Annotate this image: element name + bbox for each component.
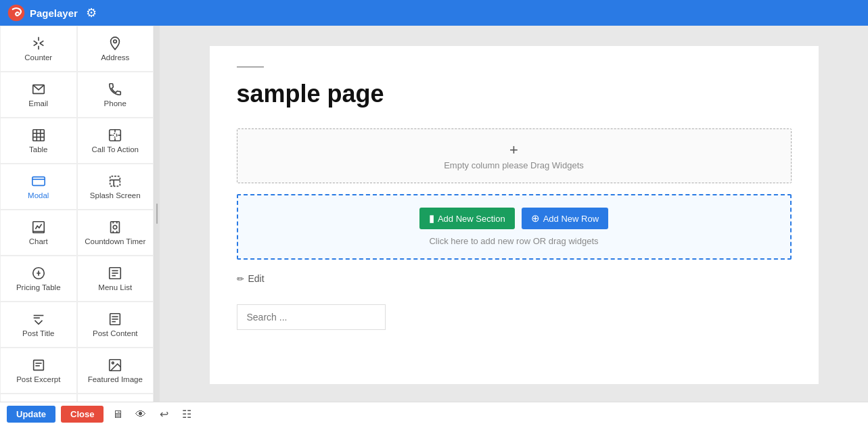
svg-rect-20 bbox=[32, 177, 45, 186]
preview-icon[interactable]: 👁 bbox=[132, 406, 150, 423]
counter-icon bbox=[31, 36, 46, 51]
widget-menu-list[interactable]: Menu List bbox=[77, 256, 154, 302]
history-icon[interactable]: ☷ bbox=[178, 406, 196, 423]
widget-countdown[interactable]: Countdown Timer bbox=[77, 210, 154, 256]
widget-grid: Counter Address Email bbox=[0, 26, 154, 402]
resize-handle[interactable] bbox=[154, 26, 160, 402]
svg-rect-44 bbox=[33, 360, 43, 371]
widget-table[interactable]: Table bbox=[0, 118, 77, 164]
search-input[interactable] bbox=[237, 304, 386, 330]
svg-line-5 bbox=[33, 43, 37, 46]
modal-icon bbox=[31, 174, 46, 189]
widget-post-title[interactable]: Post Title bbox=[0, 302, 77, 348]
empty-column-text: Empty column please Drag Widgets bbox=[250, 160, 779, 170]
table-icon bbox=[31, 128, 46, 143]
address-icon bbox=[108, 36, 122, 51]
widget-breadcrumb[interactable]: Breadcrumb bbox=[0, 394, 77, 402]
desktop-icon[interactable]: 🖥 bbox=[109, 406, 127, 423]
svg-line-4 bbox=[40, 41, 44, 43]
edit-bar: ✏ Edit bbox=[237, 273, 792, 284]
email-icon bbox=[31, 82, 46, 97]
page-title: sample page bbox=[237, 80, 792, 108]
svg-rect-22 bbox=[110, 176, 120, 187]
svg-point-15 bbox=[114, 133, 118, 137]
widget-post-excerpt[interactable]: Post Excerpt bbox=[0, 348, 77, 394]
widget-post-content[interactable]: Post Content bbox=[77, 302, 154, 348]
bottom-toolbar: Update Close 🖥 👁 ↩ ☷ bbox=[0, 402, 868, 426]
topbar: Pagelayer ⚙ bbox=[0, 0, 868, 26]
empty-column[interactable]: + Empty column please Drag Widgets bbox=[237, 128, 792, 183]
menu-list-icon bbox=[108, 266, 122, 281]
page-content: sample page + Empty column please Drag W… bbox=[210, 46, 819, 384]
add-new-row-button[interactable]: ⊕ Add New Row bbox=[522, 208, 608, 229]
widget-chart[interactable]: Chart bbox=[0, 210, 77, 256]
countdown-icon bbox=[108, 220, 122, 235]
canvas-area: sample page + Empty column please Drag W… bbox=[160, 26, 868, 402]
page-separator bbox=[237, 66, 264, 68]
phone-icon bbox=[108, 82, 122, 97]
widget-address[interactable]: Address bbox=[77, 26, 154, 72]
svg-point-32 bbox=[114, 225, 118, 229]
widget-phone[interactable]: Phone bbox=[77, 72, 154, 118]
svg-rect-27 bbox=[111, 222, 120, 233]
widget-counter[interactable]: Counter bbox=[0, 26, 77, 72]
svg-point-48 bbox=[112, 362, 114, 364]
widget-cta[interactable]: Call To Action bbox=[77, 118, 154, 164]
svg-point-7 bbox=[114, 40, 117, 43]
chart-icon bbox=[31, 220, 46, 235]
undo-icon[interactable]: ↩ bbox=[155, 406, 173, 423]
add-row-icon: ⊕ bbox=[531, 212, 540, 224]
edit-pencil-icon: ✏ bbox=[237, 274, 244, 284]
widget-featured-image[interactable]: Featured Image bbox=[77, 348, 154, 394]
add-section-icon: ▮ bbox=[429, 212, 434, 224]
add-section-area: ▮ Add New Section ⊕ Add New Row Click he… bbox=[237, 194, 792, 260]
logo-icon bbox=[7, 3, 26, 22]
plus-icon: + bbox=[250, 141, 779, 159]
update-button[interactable]: Update bbox=[7, 406, 55, 423]
cta-icon bbox=[108, 128, 122, 143]
svg-line-6 bbox=[40, 43, 44, 46]
sidebar: Counter Address Email bbox=[0, 26, 154, 402]
add-section-hint: Click here to add new row OR drag widget… bbox=[250, 236, 778, 246]
widget-modal[interactable]: Modal bbox=[0, 164, 77, 210]
settings-icon[interactable]: ⚙ bbox=[86, 5, 97, 20]
widget-email[interactable]: Email bbox=[0, 72, 77, 118]
close-button[interactable]: Close bbox=[61, 406, 104, 423]
widget-pricing[interactable]: Pricing Table bbox=[0, 256, 77, 302]
pricing-icon bbox=[31, 266, 46, 281]
svg-rect-9 bbox=[33, 130, 45, 141]
add-section-buttons: ▮ Add New Section ⊕ Add New Row bbox=[250, 208, 778, 229]
post-content-icon bbox=[108, 312, 122, 327]
post-excerpt-icon bbox=[31, 358, 46, 373]
widget-splash-screen[interactable]: Splash Screen bbox=[77, 164, 154, 210]
add-new-section-button[interactable]: ▮ Add New Section bbox=[419, 208, 515, 229]
splash-icon bbox=[108, 174, 122, 189]
featured-image-icon bbox=[108, 358, 122, 373]
logo: Pagelayer bbox=[7, 3, 78, 22]
svg-line-3 bbox=[33, 41, 37, 43]
widget-post-portfolio[interactable]: Post Portfolio bbox=[77, 394, 154, 402]
edit-label[interactable]: Edit bbox=[248, 273, 265, 284]
logo-text: Pagelayer bbox=[30, 7, 78, 19]
post-title-icon bbox=[31, 312, 46, 327]
